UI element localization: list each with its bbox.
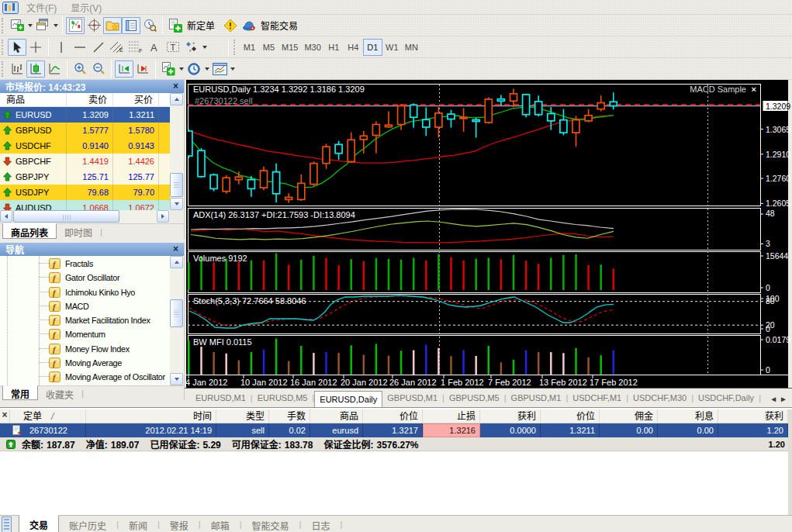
expert-advisors-label[interactable]: 智能交易 [261,19,298,32]
navigator-close-icon[interactable]: × [171,244,181,254]
shapes-button[interactable] [182,39,201,56]
navigator-item-macd[interactable]: fMACD [49,299,170,313]
navigator-item-momentum[interactable]: fMomentum [49,327,170,341]
chart-tab-eurusd-m5[interactable]: EURUSD,M5 [253,389,313,407]
terminal-column-9[interactable]: 佣金 [600,409,658,423]
navigator-button[interactable] [103,17,122,34]
market-watch-row-gbpjpy[interactable]: GBPJPY125.71125.77 [0,169,170,185]
navigator-titlebar[interactable]: 导航 × [0,243,184,256]
navigator-tab-1[interactable]: 收藏夹 [38,386,81,400]
price-chart[interactable]: EURUSD,Daily 1.3234 1.3292 1.3186 1.3209… [185,80,792,388]
market-watch-row-usdjpy[interactable]: USDJPY79.6879.70 [0,185,170,200]
terminal-column-2[interactable]: 类型 [216,409,269,423]
market-watch-tab-0[interactable]: 商品列表 [2,223,57,239]
crosshair-tool-button[interactable] [26,39,45,56]
terminal-order-row[interactable]: 267301222012.02.21 14:19sell0.02eurusd1.… [0,423,788,437]
navigator-item-gator-oscillator[interactable]: fGator Oscillator [49,271,170,285]
market-watch-vscrollbar[interactable] [170,93,184,210]
terminal-column-4[interactable]: 商品 [310,409,363,423]
timeframe-m15[interactable]: M15 [278,39,301,56]
navigator-tab-0[interactable]: 常用 [2,385,38,400]
timeframe-w1[interactable]: W1 [382,39,402,56]
terminal-column-1[interactable]: 时间 [86,409,216,423]
market-watch-titlebar[interactable]: 市场报价: 14:43:23 × [0,80,184,93]
market-watch-row-usdchf[interactable]: USDCHF0.91400.9143 [0,138,170,154]
market-watch-row-audusd[interactable]: AUDUSD1.06681.0672 [0,200,170,210]
shapes-dropdown[interactable] [201,39,208,56]
market-watch-row-gbpchf[interactable]: GBPCHF1.44191.4426 [0,154,170,169]
terminal-tab-2[interactable]: 新闻 [119,516,157,532]
indicators-dropdown[interactable] [178,60,185,78]
terminal-tab-3[interactable]: 警报 [160,516,199,532]
market-watch-tab-1[interactable]: 即时图 [57,224,100,239]
terminal-button[interactable] [122,17,140,34]
toolbar-grip[interactable] [2,18,5,33]
navigator-item-moving-average[interactable]: fMoving Average [49,356,170,370]
menu-view[interactable]: 显示(V) [64,0,108,15]
equidistant-channel-button[interactable]: E [108,39,126,56]
trendline-button[interactable] [89,39,108,56]
toolbar-grip[interactable] [233,40,237,55]
indicators-button[interactable] [159,60,178,78]
market-watch-row-gbpusd[interactable]: GBPUSD1.57771.5780 [0,123,170,138]
cursor-button[interactable] [8,39,26,56]
terminal-tab-5[interactable]: 智能交易 [242,516,299,532]
bar-chart-button[interactable] [8,60,26,78]
column-symbol[interactable]: 商品 [6,93,25,107]
strategy-tester-button[interactable] [140,17,159,34]
chart-shift-button[interactable] [133,60,152,78]
column-ask[interactable]: 买价 [113,93,153,107]
new-order-label[interactable]: 新定单 [187,19,215,32]
market-watch-close-icon[interactable]: × [171,81,181,92]
column-bid[interactable]: 卖价 [67,93,107,107]
navigator-item-ichimoku-kinko-hyo[interactable]: fIchimoku Kinko Hyo [49,285,170,299]
periods-dropdown[interactable] [203,60,210,78]
terminal-column-10[interactable]: 利息 [658,409,718,423]
alert-button[interactable] [221,17,240,34]
zoom-out-button[interactable] [89,60,108,78]
terminal-tab-1[interactable]: 账户历史 [59,516,116,532]
chart-tab-gbpusd-m1[interactable]: GBPUSD,M1 [507,389,566,407]
terminal-column-8[interactable]: 价位 [541,409,600,423]
chart-tab-gbpusd-m5[interactable]: GBPUSD,M5 [444,389,504,407]
terminal-column-7[interactable]: 获利 [480,409,541,423]
menu-file[interactable]: 文件(F) [20,0,63,15]
zoom-in-button[interactable] [71,60,89,78]
fibonacci-button[interactable]: F [126,39,145,56]
terminal-tab-4[interactable]: 邮箱 [201,516,240,532]
new-chart-dropdown[interactable] [26,17,33,34]
market-watch-row-eurusd[interactable]: EURUSD1.32091.3211 [0,107,170,123]
line-chart-button[interactable] [45,60,64,78]
profiles-dropdown[interactable] [52,17,59,34]
terminal-column-3[interactable]: 手数 [269,409,310,423]
new-chart-button[interactable] [8,17,26,34]
toolbar-grip[interactable] [2,61,5,77]
text-label-button[interactable]: T [164,39,182,56]
terminal-column-5[interactable]: 价位 [363,409,423,423]
candlestick-chart-button[interactable] [26,60,45,78]
chart-tab-usdchf-m1[interactable]: USDCHF,M1 [568,389,626,407]
market-watch-button[interactable] [66,17,85,34]
data-window-button[interactable] [85,17,103,34]
terminal-tab-6[interactable]: 日志 [301,516,340,532]
auto-scroll-button[interactable] [115,60,133,78]
terminal-column-6[interactable]: 止损 [423,409,480,423]
navigator-item-market-facilitation-index[interactable]: fMarket Facilitation Index [49,313,170,327]
expert-advisors-button[interactable] [240,17,258,34]
templates-dropdown[interactable] [229,60,236,78]
timeframe-m1[interactable]: M1 [240,39,259,56]
templates-button[interactable] [210,60,229,78]
terminal-column-11[interactable]: 获利 [718,409,788,423]
vertical-line-button[interactable] [52,39,71,56]
chart-tab-usdchf-daily[interactable]: USDCHF,Daily [693,389,759,407]
timeframe-mn[interactable]: MN [402,39,421,56]
chart-tab-eurusd-daily[interactable]: EURUSD,Daily [314,391,382,407]
timeframe-h4[interactable]: H4 [344,39,363,56]
navigator-item-moving-average-of-oscillator[interactable]: fMoving Average of Oscillator [49,370,170,384]
navigator-item-fractals[interactable]: fFractals [49,257,170,271]
navigator-vscrollbar[interactable] [170,256,184,385]
terminal-column-0[interactable]: 定单/ [0,409,86,423]
timeframe-d1[interactable]: D1 [363,39,382,56]
text-button[interactable]: A [145,39,164,56]
chart-tab-gbpusd-m1[interactable]: GBPUSD,M1 [382,389,442,407]
